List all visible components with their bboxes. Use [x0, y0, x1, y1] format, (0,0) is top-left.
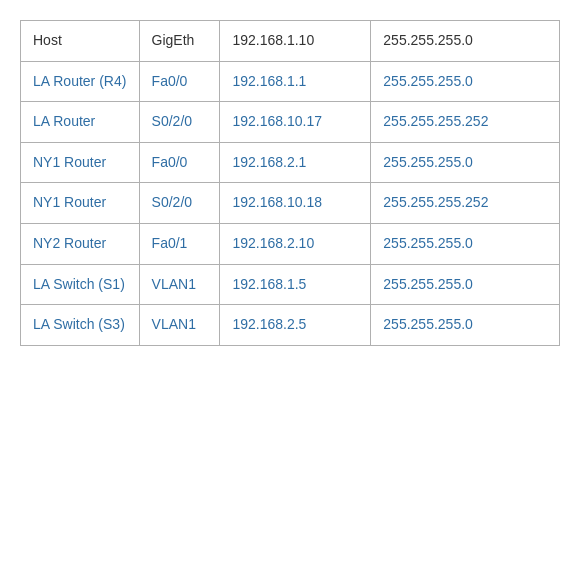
interface-name: S0/2/0: [139, 102, 220, 143]
device-name: NY1 Router: [21, 183, 140, 224]
subnet-mask: 255.255.255.0: [371, 61, 560, 102]
header-subnet: 255.255.255.0: [371, 21, 560, 62]
table-row: LA Router (R4) Fa0/0 192.168.1.1 255.255…: [21, 61, 560, 102]
table-row: LA Switch (S1) VLAN1 192.168.1.5 255.255…: [21, 264, 560, 305]
header-interface: GigEth: [139, 21, 220, 62]
ip-address: 192.168.1.5: [220, 264, 371, 305]
table-row: NY1 Router S0/2/0 192.168.10.18 255.255.…: [21, 183, 560, 224]
device-name: LA Router (R4): [21, 61, 140, 102]
header-ip: 192.168.1.10: [220, 21, 371, 62]
table-row: NY2 Router Fa0/1 192.168.2.10 255.255.25…: [21, 223, 560, 264]
table-row: LA Router S0/2/0 192.168.10.17 255.255.2…: [21, 102, 560, 143]
ip-address: 192.168.10.18: [220, 183, 371, 224]
subnet-mask: 255.255.255.0: [371, 264, 560, 305]
subnet-mask: 255.255.255.0: [371, 305, 560, 346]
ip-address: 192.168.1.1: [220, 61, 371, 102]
interface-name: S0/2/0: [139, 183, 220, 224]
subnet-mask: 255.255.255.252: [371, 183, 560, 224]
header-host: Host: [21, 21, 140, 62]
interface-name: Fa0/1: [139, 223, 220, 264]
interface-name: VLAN1: [139, 264, 220, 305]
ip-address: 192.168.2.1: [220, 142, 371, 183]
device-name: LA Switch (S3): [21, 305, 140, 346]
table-row: LA Switch (S3) VLAN1 192.168.2.5 255.255…: [21, 305, 560, 346]
device-name: NY1 Router: [21, 142, 140, 183]
subnet-mask: 255.255.255.0: [371, 142, 560, 183]
subnet-mask: 255.255.255.0: [371, 223, 560, 264]
device-name: LA Switch (S1): [21, 264, 140, 305]
interface-name: Fa0/0: [139, 142, 220, 183]
network-table: Host GigEth 192.168.1.10 255.255.255.0 L…: [20, 20, 560, 346]
ip-address: 192.168.2.10: [220, 223, 371, 264]
ip-address: 192.168.10.17: [220, 102, 371, 143]
table-header-row: Host GigEth 192.168.1.10 255.255.255.0: [21, 21, 560, 62]
table-row: NY1 Router Fa0/0 192.168.2.1 255.255.255…: [21, 142, 560, 183]
device-name: LA Router: [21, 102, 140, 143]
subnet-mask: 255.255.255.252: [371, 102, 560, 143]
device-name: NY2 Router: [21, 223, 140, 264]
interface-name: VLAN1: [139, 305, 220, 346]
ip-address: 192.168.2.5: [220, 305, 371, 346]
interface-name: Fa0/0: [139, 61, 220, 102]
